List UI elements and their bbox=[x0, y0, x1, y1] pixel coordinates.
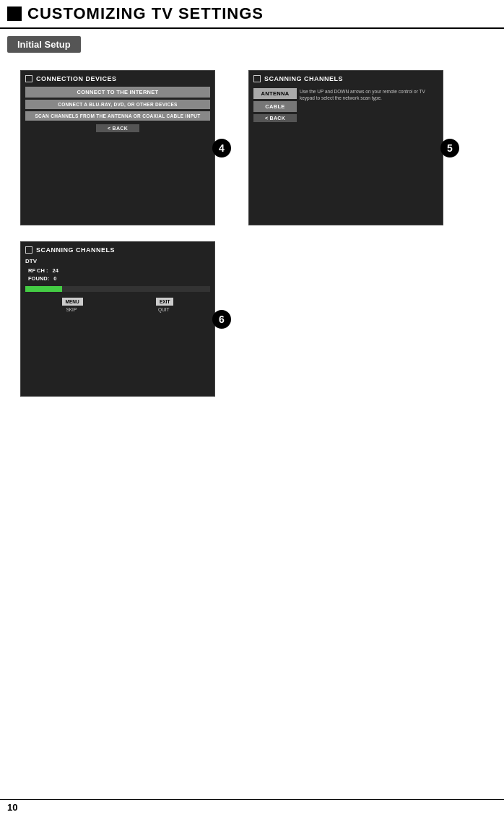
panel-4-screen: CONNECTION DEVICES CONNECT TO THE INTERN… bbox=[20, 70, 215, 225]
connect-internet-btn[interactable]: CONNECT TO THE INTERNET bbox=[25, 87, 210, 98]
panel-6-checkbox bbox=[25, 246, 32, 254]
quit-label: QUIT bbox=[158, 307, 170, 312]
exit-btn[interactable]: EXIT bbox=[156, 298, 173, 306]
rf-ch-stat: RF CH : 24 bbox=[25, 267, 210, 274]
step-6-circle: 6 bbox=[212, 310, 231, 329]
panel-4-checkbox bbox=[25, 75, 32, 82]
progress-bar-fill bbox=[25, 286, 62, 292]
menu-btn[interactable]: MENU bbox=[62, 298, 83, 306]
panel-6-title: SCANNING CHANNELS bbox=[36, 246, 115, 254]
page-number: 10 bbox=[7, 802, 17, 813]
panel-5-back-row: < BACK bbox=[253, 114, 297, 124]
panel-5-checkbox bbox=[253, 75, 261, 82]
tv-icon bbox=[7, 7, 22, 21]
menu-exit-row: MENU EXIT bbox=[25, 298, 210, 306]
panel-6: SCANNING CHANNELS DTV RF CH : 24 FOUND: … bbox=[20, 241, 215, 397]
panel-5: SCANNING CHANNELS ANTENNA CABLE < BACK U… bbox=[248, 70, 443, 225]
panel-4-title: CONNECTION DEVICES bbox=[36, 75, 117, 82]
bottom-line bbox=[0, 799, 504, 800]
panel-5-info-text: Use the UP and DOWN arrows on your remot… bbox=[297, 88, 438, 101]
scan-channels-btn[interactable]: SCAN CHANNELS FROM THE ANTENNA OR COAXIA… bbox=[25, 111, 210, 121]
panel-4: CONNECTION DEVICES CONNECT TO THE INTERN… bbox=[20, 70, 215, 225]
progress-bar-container bbox=[25, 286, 210, 292]
panel-5-scan-row: ANTENNA CABLE < BACK Use the UP and DOWN… bbox=[253, 88, 438, 124]
page-header: CUSTOMIZING TV SETTINGS bbox=[0, 0, 504, 29]
panel-4-back-row: < BACK bbox=[25, 124, 210, 134]
antenna-btn[interactable]: ANTENNA bbox=[253, 88, 297, 99]
step-4-circle: 4 bbox=[212, 139, 231, 157]
skip-label: SKIP bbox=[66, 307, 77, 312]
panel-5-title-row: SCANNING CHANNELS bbox=[253, 75, 438, 82]
panel-6-wrapper: SCANNING CHANNELS DTV RF CH : 24 FOUND: … bbox=[14, 236, 221, 402]
skip-quit-row: SKIP QUIT bbox=[25, 307, 210, 312]
initial-setup-badge: Initial Setup bbox=[0, 29, 504, 60]
panel-5-title: SCANNING CHANNELS bbox=[264, 75, 343, 82]
panel-4-title-row: CONNECTION DEVICES bbox=[25, 75, 210, 82]
dtv-label: DTV bbox=[25, 258, 210, 264]
step-5-circle: 5 bbox=[440, 139, 459, 157]
found-stat: FOUND: 0 bbox=[25, 275, 210, 282]
cable-btn[interactable]: CABLE bbox=[253, 101, 297, 112]
panel-5-wrapper: SCANNING CHANNELS ANTENNA CABLE < BACK U… bbox=[243, 64, 449, 231]
panels-top-row: CONNECTION DEVICES CONNECT TO THE INTERN… bbox=[14, 64, 490, 231]
panels-bottom-row: SCANNING CHANNELS DTV RF CH : 24 FOUND: … bbox=[14, 236, 490, 402]
connect-bluray-btn[interactable]: CONNECT A BLU-RAY, DVD, OR OTHER DEVICES bbox=[25, 100, 210, 109]
panel-4-wrapper: CONNECTION DEVICES CONNECT TO THE INTERN… bbox=[14, 64, 221, 231]
panel-5-screen: SCANNING CHANNELS ANTENNA CABLE < BACK U… bbox=[248, 70, 443, 225]
panel-5-back-btn[interactable]: < BACK bbox=[253, 114, 297, 122]
panel-6-screen: SCANNING CHANNELS DTV RF CH : 24 FOUND: … bbox=[20, 241, 215, 397]
page-title: CUSTOMIZING TV SETTINGS bbox=[27, 4, 264, 23]
panel-4-back-btn[interactable]: < BACK bbox=[96, 124, 139, 132]
panel-6-title-row: SCANNING CHANNELS bbox=[25, 246, 210, 254]
